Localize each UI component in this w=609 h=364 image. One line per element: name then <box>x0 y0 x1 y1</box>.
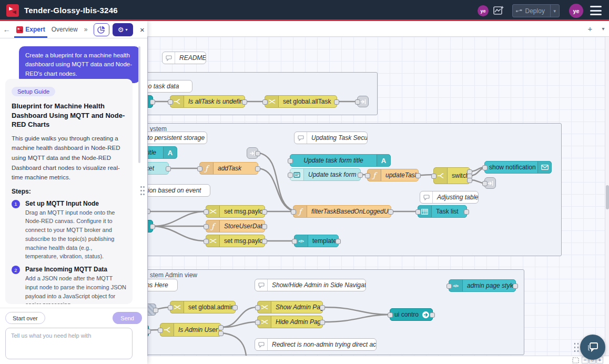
node-set-msg-payload-2[interactable]: set msg.payload <box>206 235 265 247</box>
port-out[interactable] <box>153 308 158 313</box>
port-in[interactable] <box>291 209 296 215</box>
port-out[interactable] <box>358 173 363 178</box>
port-in[interactable] <box>431 174 437 179</box>
hamburger-menu-icon[interactable] <box>590 6 602 15</box>
node-is-alltask-undefined[interactable]: Is allTask is undefined <box>170 95 245 108</box>
chat-fab-button[interactable] <box>580 335 605 360</box>
ai-assistant-icon[interactable] <box>492 4 505 17</box>
port-out-1[interactable] <box>218 325 224 330</box>
port-in[interactable] <box>158 328 163 333</box>
node-set-global-alltask[interactable]: set global.allTask <box>265 95 337 108</box>
node-ticket-form[interactable]: ticket <box>147 162 169 175</box>
fab-drag-handle[interactable] <box>573 342 580 353</box>
port-in[interactable] <box>204 209 209 215</box>
node-admin-page-style[interactable]: </> admin page style <box>449 279 516 292</box>
port-out[interactable] <box>262 239 267 244</box>
port-out[interactable] <box>334 99 339 105</box>
port-out[interactable] <box>147 329 151 334</box>
node-show-notification[interactable]: show notification <box>484 161 552 174</box>
tab-expert[interactable]: Expert <box>13 21 48 38</box>
port-in[interactable] <box>355 99 360 105</box>
port-in[interactable] <box>288 173 293 178</box>
close-icon[interactable]: × <box>137 25 147 34</box>
node-hatched-stub[interactable] <box>147 304 156 316</box>
port-in[interactable] <box>288 158 293 164</box>
node-set-global-admins[interactable]: set global.admins <box>170 301 236 314</box>
port-in[interactable] <box>292 239 297 244</box>
sidebar-resize-grip[interactable] <box>140 185 145 197</box>
node-update-task-form-title[interactable]: A Update task form title <box>290 154 391 167</box>
node-hide-admin-page[interactable]: Hide Admin Page <box>257 316 323 328</box>
comment-persistent-storage[interactable]: sk to persistent storage <box>147 132 207 144</box>
comment-readme[interactable]: README <box>162 52 206 64</box>
port-out[interactable] <box>242 99 247 105</box>
node-source-stub[interactable] <box>147 220 153 232</box>
port-out[interactable] <box>255 151 260 156</box>
avatar-small[interactable]: ye <box>478 5 489 16</box>
node-show-admin-page[interactable]: Show Admin Page <box>257 301 323 314</box>
send-button[interactable]: Send <box>113 312 142 324</box>
comment-adjusting-table[interactable]: Adjusting table <box>420 191 479 204</box>
port-out[interactable] <box>166 166 171 171</box>
sidebar-scrollbar-thumb[interactable] <box>138 46 140 163</box>
port-in[interactable] <box>168 305 173 310</box>
node-filtertask-function[interactable]: ƒ filterTaskBasedOnLoggedUser <box>293 205 391 218</box>
port-in[interactable] <box>255 320 260 325</box>
node-task-list[interactable]: Task list <box>418 205 467 218</box>
deploy-button[interactable]: Deploy ▾ <box>512 4 560 17</box>
chat-input[interactable] <box>5 328 133 359</box>
node-storeuserdata-function[interactable]: ƒ StoreUserData <box>206 220 265 232</box>
port-out[interactable] <box>415 173 421 178</box>
port-out[interactable] <box>336 239 341 244</box>
port-out[interactable] <box>232 305 238 310</box>
port-in[interactable] <box>204 239 209 244</box>
port-in[interactable] <box>482 165 488 170</box>
port-out[interactable] <box>430 312 435 318</box>
port-in[interactable] <box>197 166 202 171</box>
comment-show-hide-admin[interactable]: Show/Hide Admin in Side Navigation <box>255 279 366 291</box>
port-out[interactable] <box>320 320 325 325</box>
port-in[interactable] <box>415 209 421 215</box>
comment-action-event[interactable]: action based on event <box>147 184 210 197</box>
tab-overview[interactable]: Overview <box>48 21 81 38</box>
avatar-large[interactable]: ye <box>569 4 583 18</box>
node-ui-control[interactable]: ui control <box>390 308 433 321</box>
node-template[interactable]: </> template <box>294 235 339 247</box>
node-link-out-2[interactable] <box>247 147 258 159</box>
minimap-toggle-icon[interactable] <box>572 357 579 363</box>
port-in[interactable] <box>255 305 260 310</box>
port-out-2[interactable] <box>218 331 224 336</box>
deploy-caret-icon[interactable]: ▾ <box>550 8 559 14</box>
port-in[interactable] <box>482 181 488 186</box>
start-over-button[interactable]: Start over <box>5 312 45 324</box>
node-link-in-stub[interactable] <box>147 95 153 108</box>
port-out-3[interactable] <box>467 178 472 183</box>
node-is-admin-user[interactable]: Is Admin User? <box>160 323 221 337</box>
port-out[interactable] <box>464 209 469 215</box>
pie-chart-button[interactable] <box>94 23 109 36</box>
port-out[interactable] <box>388 209 393 215</box>
settings-dropdown-button[interactable]: ⚙▾ <box>113 23 133 36</box>
node-form-title[interactable]: A m title <box>147 146 177 159</box>
comment-redirect-nonadmin[interactable]: Redirect is non-admin trying direct acce… <box>255 338 377 351</box>
node-set-msg-payload-1[interactable]: set msg.payload <box>206 205 265 218</box>
port-out[interactable] <box>262 224 267 229</box>
port-in[interactable] <box>204 224 209 229</box>
port-out[interactable] <box>513 284 518 289</box>
port-in[interactable] <box>365 173 370 178</box>
canvas-vertical-scrollbar[interactable] <box>605 37 609 356</box>
port-out[interactable] <box>150 99 155 105</box>
node-switch[interactable]: switch <box>433 167 470 184</box>
port-in[interactable] <box>388 312 393 318</box>
node-update-task-form[interactable]: Update task form <box>290 168 361 181</box>
port-out[interactable] <box>255 166 260 171</box>
port-in[interactable] <box>446 284 452 289</box>
comment-admins-here[interactable]: mins Here <box>147 279 178 291</box>
comment-demo-task-data[interactable]: emo task data <box>147 80 192 93</box>
node-updatetask-function[interactable]: ƒ updateTask <box>367 169 419 181</box>
port-out[interactable] <box>262 209 267 215</box>
port-stub[interactable] <box>147 209 150 214</box>
port-out[interactable] <box>150 224 155 229</box>
flow-canvas[interactable]: ystem stem Admin view README <box>147 37 605 356</box>
node-link-out[interactable] <box>357 96 369 107</box>
